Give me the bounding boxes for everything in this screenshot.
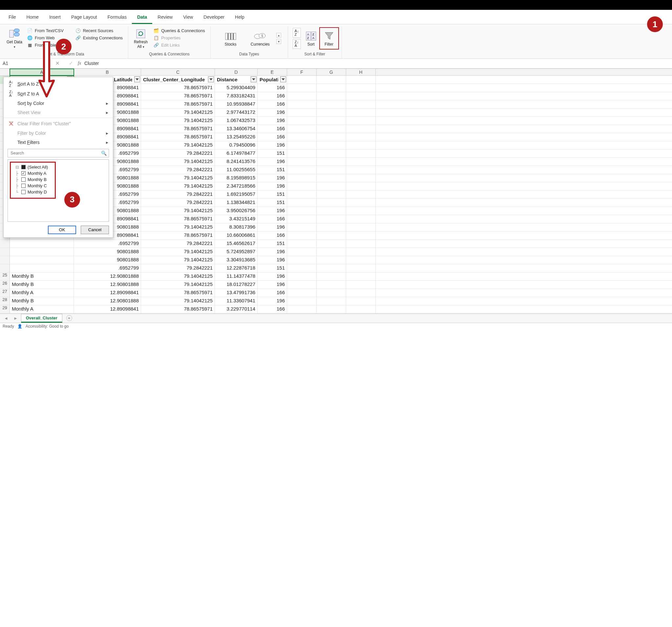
text-filters[interactable]: Text Filters▸ bbox=[4, 138, 113, 147]
row-header[interactable]: 28 bbox=[0, 297, 10, 305]
cell[interactable]: 8.30817396 bbox=[215, 223, 258, 231]
cell[interactable] bbox=[317, 215, 346, 223]
cell[interactable]: 10.95938847 bbox=[215, 100, 258, 108]
tab-view[interactable]: View bbox=[178, 12, 198, 24]
cell[interactable]: 79.2842221 bbox=[141, 240, 215, 248]
cell[interactable] bbox=[287, 248, 317, 256]
row-header[interactable]: 27 bbox=[0, 289, 10, 297]
filter-item[interactable]: ├Monthly A bbox=[12, 170, 53, 176]
cell[interactable]: 166 bbox=[258, 100, 287, 108]
cell[interactable]: 13.34606754 bbox=[215, 125, 258, 133]
filter-dropdown-E[interactable] bbox=[280, 76, 286, 82]
cell[interactable]: 6.174978477 bbox=[215, 150, 258, 157]
cell-F1[interactable] bbox=[287, 76, 317, 84]
fx-icon[interactable]: fx bbox=[78, 61, 81, 66]
cell[interactable] bbox=[287, 141, 317, 149]
cell[interactable] bbox=[317, 125, 346, 133]
cell[interactable] bbox=[287, 191, 317, 198]
select-all-corner[interactable] bbox=[0, 69, 10, 75]
tab-home[interactable]: Home bbox=[21, 12, 44, 24]
sheet-nav-next[interactable]: ► bbox=[11, 316, 20, 321]
stocks-button[interactable]: Stocks bbox=[216, 28, 245, 48]
cell[interactable]: 79.2842221 bbox=[141, 191, 215, 198]
col-header-D[interactable]: D bbox=[215, 69, 258, 75]
cell[interactable] bbox=[346, 207, 376, 215]
cell[interactable] bbox=[287, 273, 317, 280]
cell[interactable]: 3.304913685 bbox=[215, 256, 258, 264]
cell[interactable]: 2.347218566 bbox=[215, 182, 258, 190]
cell[interactable] bbox=[346, 108, 376, 117]
data-type-nav-down[interactable]: ▾ bbox=[276, 39, 281, 44]
cell[interactable] bbox=[317, 199, 346, 207]
cell[interactable]: 12.89098841 bbox=[74, 289, 141, 297]
cell[interactable]: 79.14042125 bbox=[141, 256, 215, 264]
cell[interactable]: 79.14042125 bbox=[141, 182, 215, 190]
cell[interactable]: 79.2842221 bbox=[141, 166, 215, 174]
cell-G1[interactable] bbox=[317, 76, 346, 84]
cell[interactable]: 196 bbox=[258, 117, 287, 125]
cell-D1[interactable]: Distance bbox=[215, 76, 258, 84]
filter-item[interactable]: ├Monthly B bbox=[12, 176, 53, 183]
cell[interactable]: 79.2842221 bbox=[141, 199, 215, 207]
existing-connections-button[interactable]: 🔗Existing Connections bbox=[75, 35, 123, 41]
filter-search[interactable]: 🔍 bbox=[7, 149, 109, 157]
cell[interactable] bbox=[346, 182, 376, 190]
cell[interactable] bbox=[287, 108, 317, 117]
cell[interactable] bbox=[346, 215, 376, 223]
cell[interactable] bbox=[346, 158, 376, 166]
cell[interactable]: 196 bbox=[258, 182, 287, 190]
sort-a-to-z[interactable]: A↓Z SSort A to Zort A to Z bbox=[4, 79, 113, 89]
cell[interactable]: 196 bbox=[258, 297, 287, 305]
cell[interactable]: 196 bbox=[258, 273, 287, 280]
cell[interactable]: 166 bbox=[258, 133, 287, 141]
cell[interactable]: 78.86575971 bbox=[141, 289, 215, 297]
cell[interactable]: 196 bbox=[258, 141, 287, 149]
cell[interactable] bbox=[287, 215, 317, 223]
cell[interactable] bbox=[346, 305, 376, 313]
cell[interactable]: 11.00255655 bbox=[215, 166, 258, 174]
col-header-E[interactable]: E bbox=[258, 69, 287, 75]
cell[interactable] bbox=[317, 207, 346, 215]
cell[interactable] bbox=[317, 273, 346, 280]
cell[interactable] bbox=[317, 281, 346, 289]
row-header[interactable] bbox=[0, 248, 10, 256]
cell[interactable] bbox=[287, 199, 317, 207]
cell[interactable]: 8.195898915 bbox=[215, 174, 258, 182]
filter-cancel-button[interactable]: Cancel bbox=[81, 226, 109, 234]
cell[interactable]: 78.86575971 bbox=[141, 305, 215, 313]
cell[interactable]: 5.299304409 bbox=[215, 84, 258, 92]
cell[interactable] bbox=[346, 133, 376, 141]
cell-C1[interactable]: Cluster_Center_Longitude bbox=[141, 76, 215, 84]
row-header[interactable]: 25 bbox=[0, 273, 10, 280]
cell[interactable] bbox=[346, 141, 376, 149]
cell[interactable]: 11.33607941 bbox=[215, 297, 258, 305]
tab-page-layout[interactable]: Page Layout bbox=[66, 12, 102, 24]
cell[interactable] bbox=[346, 199, 376, 207]
cell[interactable] bbox=[287, 240, 317, 248]
cell[interactable] bbox=[317, 166, 346, 174]
cell[interactable]: Monthly A bbox=[10, 289, 74, 297]
cell[interactable] bbox=[346, 223, 376, 231]
filter-dropdown-D[interactable] bbox=[251, 76, 257, 82]
cell[interactable]: 196 bbox=[258, 248, 287, 256]
cell[interactable]: 166 bbox=[258, 305, 287, 313]
filter-ok-button[interactable]: OK bbox=[48, 226, 76, 234]
tab-data[interactable]: Data bbox=[132, 12, 152, 24]
cell[interactable] bbox=[287, 281, 317, 289]
cell[interactable]: 79.14042125 bbox=[141, 117, 215, 125]
cell[interactable]: Monthly B bbox=[10, 273, 74, 280]
sort-by-color[interactable]: Sort by Color▸ bbox=[4, 99, 113, 108]
cell[interactable]: 12.90801888 bbox=[74, 273, 141, 280]
cell[interactable]: 166 bbox=[258, 215, 287, 223]
formula-value[interactable]: Cluster bbox=[84, 61, 99, 66]
cell[interactable] bbox=[346, 117, 376, 125]
cell[interactable]: 79.14042125 bbox=[141, 223, 215, 231]
cell[interactable]: 1.067432573 bbox=[215, 117, 258, 125]
cell[interactable] bbox=[317, 231, 346, 240]
cell[interactable] bbox=[287, 125, 317, 133]
data-type-nav-up[interactable]: ▴ bbox=[276, 33, 281, 38]
cell[interactable]: 166 bbox=[258, 289, 287, 297]
cell[interactable]: 2.977443172 bbox=[215, 108, 258, 117]
cell[interactable]: 151 bbox=[258, 191, 287, 198]
cell[interactable]: 13.25495226 bbox=[215, 133, 258, 141]
